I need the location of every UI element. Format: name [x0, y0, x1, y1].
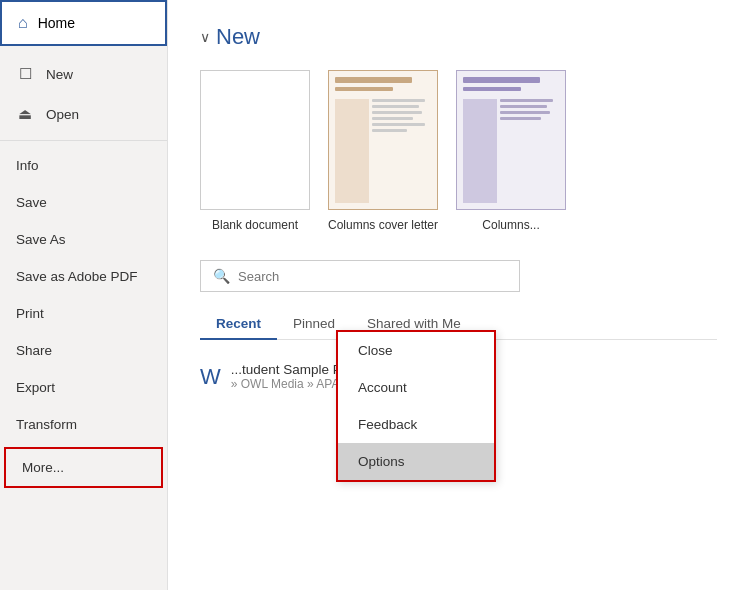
sidebar-item-transform[interactable]: Transform — [0, 406, 167, 443]
word-doc-icon: W — [200, 364, 221, 390]
new-document-icon: ☐ — [16, 65, 34, 83]
sidebar-item-more[interactable]: More... — [6, 449, 161, 486]
sidebar-home-label: Home — [38, 15, 75, 31]
sidebar-item-save-as[interactable]: Save As — [0, 221, 167, 258]
search-bar[interactable]: 🔍 — [200, 260, 520, 292]
template-columns-cover-label: Columns cover letter — [328, 218, 438, 232]
search-input[interactable] — [238, 269, 507, 284]
context-menu-account[interactable]: Account — [338, 369, 494, 406]
home-icon: ⌂ — [18, 14, 28, 32]
sidebar-item-share[interactable]: Share — [0, 332, 167, 369]
template-columns2-label: Columns... — [482, 218, 539, 232]
sidebar-item-home[interactable]: ⌂ Home — [0, 0, 167, 46]
sidebar-save-label: Save — [16, 195, 47, 210]
sidebar-new-label: New — [46, 67, 73, 82]
template-columns2[interactable]: Columns... — [456, 70, 566, 232]
new-section-title: New — [216, 24, 260, 50]
sidebar-save-as-label: Save As — [16, 232, 66, 247]
tab-recent[interactable]: Recent — [200, 308, 277, 339]
sidebar-more-label: More... — [22, 460, 64, 475]
sidebar-item-new[interactable]: ☐ New — [0, 54, 167, 94]
section-title: ∨ New — [200, 24, 717, 50]
context-menu: Close Account Feedback Options — [336, 330, 496, 482]
sidebar-item-save[interactable]: Save — [0, 184, 167, 221]
sidebar-open-label: Open — [46, 107, 79, 122]
sidebar-save-adobe-label: Save as Adobe PDF — [16, 269, 138, 284]
sidebar-print-label: Print — [16, 306, 44, 321]
chevron-down-icon: ∨ — [200, 29, 210, 45]
open-folder-icon: ⏏ — [16, 105, 34, 123]
sidebar-item-open[interactable]: ⏏ Open — [0, 94, 167, 134]
template-columns-cover-thumb — [328, 70, 438, 210]
sidebar: ⌂ Home ☐ New ⏏ Open Info Save Save As Sa… — [0, 0, 168, 590]
template-blank[interactable]: Blank document — [200, 70, 310, 232]
template-columns2-thumb — [456, 70, 566, 210]
template-blank-thumb — [200, 70, 310, 210]
sidebar-info-label: Info — [16, 158, 39, 173]
template-columns-cover[interactable]: Columns cover letter — [328, 70, 438, 232]
sidebar-share-label: Share — [16, 343, 52, 358]
sidebar-item-export[interactable]: Export — [0, 369, 167, 406]
search-icon: 🔍 — [213, 268, 230, 284]
context-menu-feedback[interactable]: Feedback — [338, 406, 494, 443]
sidebar-item-info[interactable]: Info — [0, 147, 167, 184]
main-area: ∨ New Blank document — [168, 0, 749, 590]
sidebar-export-label: Export — [16, 380, 55, 395]
sidebar-item-save-adobe[interactable]: Save as Adobe PDF — [0, 258, 167, 295]
sidebar-item-print[interactable]: Print — [0, 295, 167, 332]
templates-row: Blank document — [200, 70, 717, 232]
sidebar-transform-label: Transform — [16, 417, 77, 432]
template-blank-label: Blank document — [212, 218, 298, 232]
context-menu-options[interactable]: Options — [338, 443, 494, 480]
sidebar-divider-1 — [0, 140, 167, 141]
context-menu-close[interactable]: Close — [338, 332, 494, 369]
